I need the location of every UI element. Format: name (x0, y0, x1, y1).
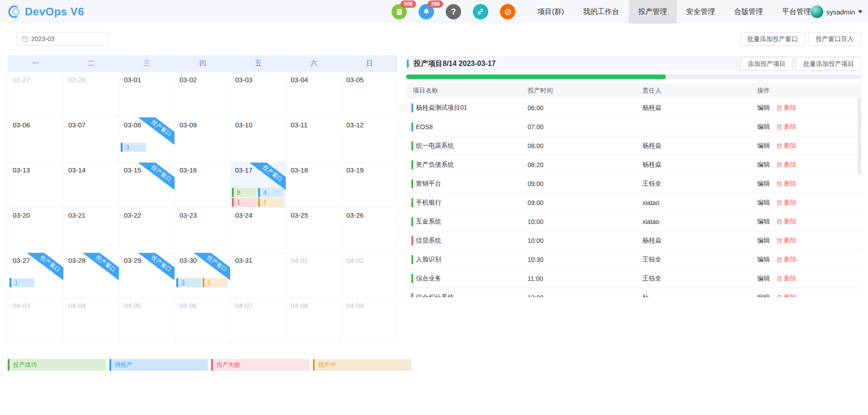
calendar-cell[interactable]: 02-27 (8, 72, 64, 117)
edit-button[interactable]: 编辑 (757, 199, 770, 207)
delete-button[interactable]: 删除 (777, 180, 797, 188)
calendar-cell[interactable]: 03-20 (8, 208, 64, 253)
edit-button[interactable]: 编辑 (757, 256, 770, 264)
calendar-cell[interactable]: 03-02 (175, 72, 231, 117)
calendar-cell[interactable]: 03-15投产窗口 (119, 163, 175, 208)
calendar-cell[interactable]: 03-13 (8, 163, 64, 208)
cell-date: 03-26 (342, 208, 397, 219)
calendar-cell[interactable]: 03-18 (286, 163, 342, 208)
delete-button[interactable]: 删除 (777, 123, 797, 131)
calendar-cell[interactable]: 03-22 (119, 208, 175, 253)
calendar-cell[interactable]: 03-21 (64, 208, 119, 253)
calendar-cell[interactable]: 03-31 (231, 253, 286, 298)
status-bar (411, 198, 413, 207)
calendar-cell[interactable]: 03-06 (8, 117, 64, 163)
calendar-cell[interactable]: 03-08投产窗口3 (119, 117, 175, 163)
calendar-cell[interactable]: 03-14 (64, 163, 119, 208)
calendar-cell[interactable]: 04-06 (175, 298, 231, 343)
cell-date: 03-25 (286, 208, 341, 219)
calendar-cell[interactable]: 03-25 (286, 208, 342, 253)
cell-date: 03-09 (175, 117, 230, 129)
calendar-cell[interactable]: 03-26 (342, 208, 397, 253)
calendar-cell[interactable]: 04-02 (342, 253, 397, 298)
bell-icon-button[interactable]: 286 (419, 4, 434, 19)
document-icon-button[interactable]: 506 (392, 4, 407, 19)
calendar-cell[interactable]: 03-04 (286, 72, 342, 117)
calendar-cell[interactable]: 03-19 (342, 163, 397, 208)
calendar-cell[interactable]: 03-24 (231, 208, 286, 253)
status-bar (411, 141, 413, 150)
user-menu[interactable]: sysadmin (811, 0, 863, 23)
edit-button[interactable]: 编辑 (757, 123, 770, 131)
edit-button[interactable]: 编辑 (757, 161, 770, 169)
edit-button[interactable]: 编辑 (757, 104, 770, 112)
calendar-cell[interactable]: 03-05 (342, 72, 397, 117)
launch-time-cell: 10:30 (521, 256, 636, 263)
batch-add-project-button[interactable]: 批量添加投产项目 (796, 57, 861, 70)
cell-date: 03-06 (8, 117, 63, 129)
menu-item[interactable]: 投产管理 (629, 0, 677, 23)
calendar-cell[interactable]: 02-28 (64, 72, 119, 117)
delete-button[interactable]: 删除 (777, 199, 797, 207)
edit-button[interactable]: 编辑 (757, 142, 770, 150)
calendar-cell[interactable]: 03-27投产窗口1 (8, 253, 64, 298)
calendar-cell[interactable]: 04-03 (8, 298, 64, 343)
calendar-cell[interactable]: 03-12 (342, 117, 397, 163)
delete-button[interactable]: 删除 (777, 237, 797, 245)
batch-add-window-button[interactable]: 批量添加投产窗口 (740, 32, 805, 46)
menu-item[interactable]: 我的工作台 (574, 0, 629, 23)
calendar-cell[interactable]: 04-05 (119, 298, 175, 343)
calendar-cell[interactable]: 03-17投产窗口8411 (231, 163, 286, 208)
calendar-cell[interactable]: 03-16 (175, 163, 231, 208)
calendar-cell[interactable]: 03-28投产窗口 (64, 253, 119, 298)
calendar-cell[interactable]: 03-10 (231, 117, 286, 163)
calendar-cell[interactable]: 04-01 (286, 253, 342, 298)
status-legend: 投产成功待投产投产失败投产中 (8, 359, 411, 371)
calendar-cell[interactable]: 03-03 (231, 72, 286, 117)
calendar-cell[interactable]: 03-29投产窗口 (119, 253, 175, 298)
calendar-cell[interactable]: 04-07 (231, 298, 286, 343)
help-icon-button[interactable]: ? (446, 4, 461, 19)
delete-button[interactable]: 删除 (777, 275, 797, 283)
add-project-button[interactable]: 添加投产项目 (741, 57, 793, 70)
month-picker-input[interactable]: 2023-03 (17, 32, 108, 46)
calendar-cell[interactable]: 03-11 (286, 117, 342, 163)
project-name: EOS8 (416, 123, 433, 131)
window-import-button[interactable]: 投产窗口导入 (808, 32, 861, 46)
trash-icon (777, 181, 782, 187)
menu-item[interactable]: 安全管理 (677, 0, 725, 23)
calendar-cell[interactable]: 03-30投产窗口31 (175, 253, 231, 298)
link-icon-button[interactable] (473, 4, 488, 19)
edit-button[interactable]: 编辑 (757, 237, 770, 245)
panel-scrollbar[interactable] (858, 98, 861, 174)
calendar-cell[interactable]: 03-09 (175, 117, 231, 163)
project-name-cell: 人脸识别 (406, 256, 521, 264)
calendar-cell[interactable]: 03-07 (64, 117, 119, 163)
project-name: 杨桂焱测试项目01 (416, 104, 467, 111)
project-name-cell: 营销平台 (406, 180, 521, 188)
weekday-label: 一 (8, 59, 63, 68)
edit-button[interactable]: 编辑 (757, 180, 770, 188)
weekday-header: 一二三四五六日 (8, 55, 397, 72)
delete-button[interactable]: 删除 (777, 142, 797, 150)
delete-button[interactable]: 删除 (777, 218, 797, 226)
col-owner: 责任人 (636, 87, 750, 95)
calendar-cell[interactable]: 04-09 (342, 298, 397, 343)
edit-button[interactable]: 编辑 (757, 275, 770, 283)
delete-button[interactable]: 删除 (777, 256, 797, 264)
cell-date: 03-02 (175, 72, 230, 84)
calendar-cell[interactable]: 04-04 (64, 298, 119, 343)
calendar-cell[interactable]: 03-01 (119, 72, 175, 117)
forbidden-icon-button[interactable] (500, 4, 515, 19)
calendar-cell[interactable]: 03-23 (175, 208, 231, 253)
delete-button[interactable]: 删除 (777, 161, 797, 169)
menu-item[interactable]: 项目(群) (528, 0, 574, 23)
delete-button[interactable]: 删除 (777, 104, 797, 112)
edit-button[interactable]: 编辑 (757, 294, 770, 298)
calendar-cell[interactable]: 04-08 (286, 298, 342, 343)
trash-icon (777, 124, 782, 130)
delete-button[interactable]: 删除 (777, 294, 797, 298)
edit-button[interactable]: 编辑 (757, 218, 770, 226)
menu-item[interactable]: 合版管理 (725, 0, 773, 23)
weekday-label: 六 (286, 59, 342, 68)
